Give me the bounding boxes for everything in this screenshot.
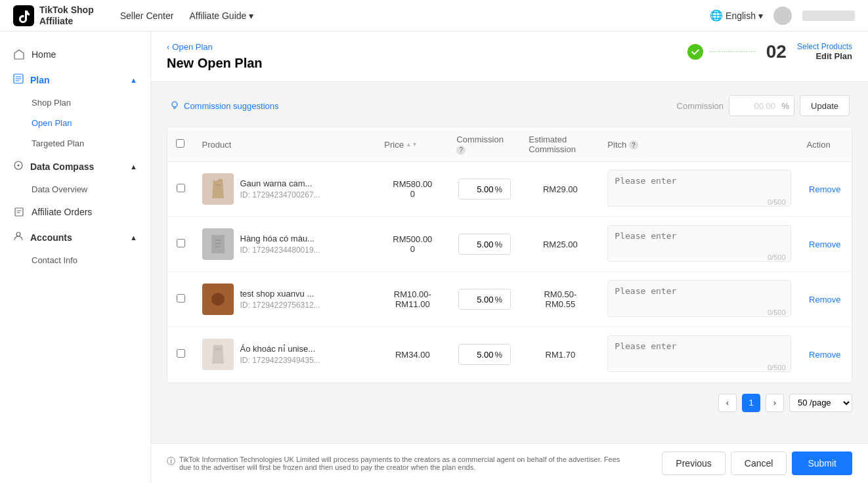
pitch-counter-4: 0/500 [768, 364, 786, 371]
product-thumb-3 [202, 284, 234, 315]
cancel-button[interactable]: Cancel [731, 452, 787, 475]
est-text-4: RM1.70 [529, 350, 592, 360]
sidebar-item-targeted-plan[interactable]: Targeted Plan [32, 133, 150, 154]
pitch-textarea-1[interactable] [607, 170, 791, 207]
product-name-3: test shop xuanvu ... [240, 289, 320, 299]
pagination-page-1[interactable]: 1 [742, 394, 760, 412]
logo-title: TikTok Shop [39, 5, 94, 16]
sidebar-section-data-compass[interactable]: Data Compass ▲ [0, 154, 150, 179]
user-avatar[interactable] [773, 7, 792, 25]
td-est-commission-4: RM1.70 [521, 327, 599, 382]
pitch-textarea-3[interactable] [607, 280, 791, 317]
nav-affiliate-guide[interactable]: Affiliate Guide ▾ [189, 8, 253, 24]
row-checkbox-2[interactable] [177, 239, 185, 247]
submit-button[interactable]: Submit [792, 452, 852, 475]
logo[interactable]: TikTok Shop Affiliate [13, 5, 94, 27]
pitch-help-icon[interactable]: ? [629, 140, 638, 150]
sidebar-item-data-overview[interactable]: Data Overview [32, 179, 150, 200]
td-commission-3: % [448, 272, 521, 327]
sidebar: Home Plan ▲ Shop Plan Open Plan Targeted… [0, 32, 151, 483]
sidebar-item-affiliate-orders[interactable]: Affiliate Orders [0, 200, 150, 224]
sidebar-item-home[interactable]: Home [0, 42, 150, 67]
step-label-select: Select Products [797, 42, 852, 51]
commission-input-3[interactable] [467, 295, 494, 304]
sidebar-section-accounts[interactable]: Accounts ▲ [0, 224, 150, 250]
pitch-textarea-2[interactable] [607, 225, 791, 262]
commission-input-2[interactable] [467, 240, 494, 249]
pitch-textarea-4[interactable] [607, 335, 791, 372]
row-checkbox-1[interactable] [177, 184, 185, 192]
td-pitch-1: 0/500 [599, 161, 798, 217]
commission-suffix: % [782, 101, 790, 111]
page-size-selector[interactable]: 50 /page 10 /page 20 /page 100 /page [789, 394, 852, 412]
language-selector[interactable]: 🌐 English ▾ [710, 9, 763, 22]
chevron-up-icon: ▲ [130, 76, 137, 84]
product-info-4: Áo khoác nỉ unise... ID: 17294223949435.… [202, 339, 369, 370]
svg-point-4 [16, 232, 20, 236]
previous-button[interactable]: Previous [662, 452, 725, 475]
remove-button-4[interactable]: Remove [809, 350, 840, 360]
accounts-icon [13, 231, 24, 243]
pitch-wrapper-1: 0/500 [607, 170, 791, 209]
pitch-wrapper-2: 0/500 [607, 225, 791, 264]
sidebar-item-shop-plan[interactable]: Shop Plan [32, 93, 150, 113]
step-number-block: 02 [766, 43, 787, 61]
sidebar-label-affiliate-orders: Affiliate Orders [32, 207, 92, 217]
step-check: ··················· [687, 44, 756, 60]
sidebar-item-open-plan[interactable]: Open Plan [32, 113, 150, 133]
pct-label-2: % [495, 240, 503, 249]
th-pitch: Pitch ? [599, 128, 798, 162]
globe-icon: 🌐 [710, 9, 723, 22]
select-all-checkbox[interactable] [176, 139, 184, 148]
sidebar-item-contact-info[interactable]: Contact Info [32, 250, 150, 270]
price-text-1: RM580.000 [384, 179, 441, 199]
th-checkbox [168, 128, 194, 162]
commission-box-2: % [458, 234, 511, 255]
lightbulb-icon [169, 100, 180, 111]
product-info-3: test shop xuanvu ... ID: 17294229756312.… [202, 284, 369, 315]
th-product: Product [194, 128, 377, 162]
product-table-wrapper: Product Price ▲▼ Commission ? [167, 127, 852, 383]
sidebar-data-submenu: Data Overview [0, 179, 150, 200]
step-number: 02 [766, 43, 787, 61]
product-id-4: ID: 17294223949435... [240, 356, 320, 365]
sidebar-section-plan[interactable]: Plan ▲ [0, 67, 150, 93]
remove-button-2[interactable]: Remove [809, 240, 840, 249]
product-id-2: ID: 17294234480019... [240, 245, 320, 255]
nav-seller-center[interactable]: Seller Center [120, 8, 174, 24]
row-checkbox-4[interactable] [177, 349, 185, 358]
table-row: Hàng hóa có màu... ID: 17294234480019...… [168, 217, 852, 272]
pagination-prev-btn[interactable]: ‹ [718, 394, 737, 412]
td-commission-2: % [448, 217, 521, 272]
pct-label-4: % [495, 350, 503, 360]
remove-button-1[interactable]: Remove [809, 184, 840, 194]
td-pitch-3: 0/500 [599, 272, 798, 327]
product-name-2: Hàng hóa có màu... [240, 234, 320, 243]
commission-global-wrapper: % [729, 95, 794, 116]
th-price-sort[interactable]: Price ▲▼ [384, 140, 417, 150]
home-icon [13, 49, 25, 60]
table-row: test shop xuanvu ... ID: 17294229756312.… [168, 272, 852, 327]
td-product-4: Áo khoác nỉ unise... ID: 17294223949435.… [194, 327, 377, 382]
td-action-2: Remove [799, 217, 852, 272]
suggestion-bar: Commission suggestions Commission % Upda… [167, 95, 852, 116]
breadcrumb[interactable]: ‹ Open Plan [167, 42, 263, 52]
commission-cell-3: % [456, 289, 513, 310]
td-commission-1: % [448, 161, 521, 217]
td-checkbox-1 [168, 161, 194, 217]
commission-help-icon[interactable]: ? [456, 146, 466, 155]
td-est-commission-3: RM0.50-RM0.55 [521, 272, 599, 327]
page-footer: ⓘ TikTok Information Technologies UK Lim… [151, 443, 868, 483]
pagination-next-btn[interactable]: › [766, 394, 784, 412]
commission-input-4[interactable] [467, 350, 494, 360]
commission-suggestions-link[interactable]: Commission suggestions [169, 100, 279, 111]
row-checkbox-3[interactable] [177, 294, 185, 303]
orders-icon [13, 206, 25, 218]
th-commission: Commission ? [448, 128, 521, 162]
commission-input-1[interactable] [467, 184, 494, 194]
product-details-3: test shop xuanvu ... ID: 17294229756312.… [240, 289, 320, 310]
td-price-1: RM580.000 [376, 161, 448, 217]
remove-button-3[interactable]: Remove [809, 295, 840, 304]
update-button[interactable]: Update [800, 95, 850, 116]
product-thumb-4 [202, 339, 234, 370]
